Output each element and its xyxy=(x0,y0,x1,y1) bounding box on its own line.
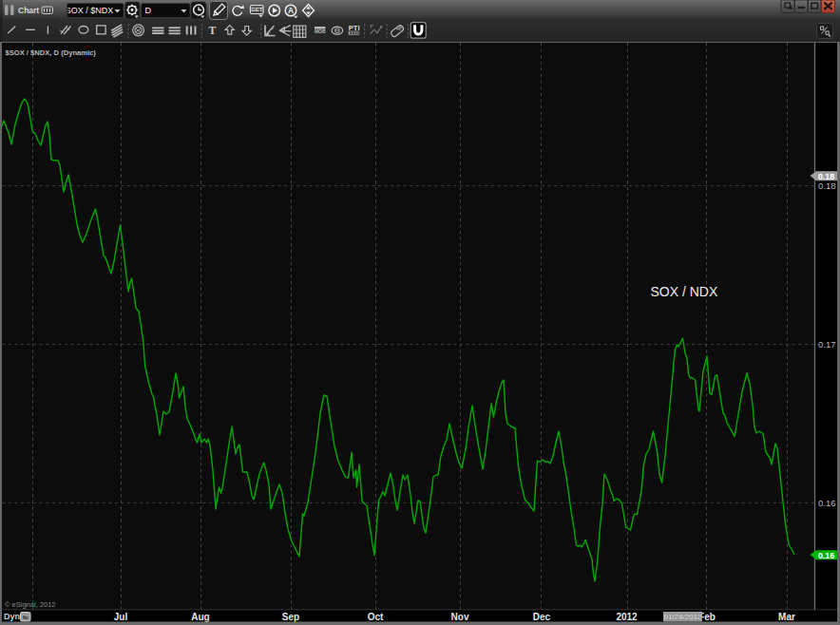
svg-text:A: A xyxy=(288,6,294,15)
svg-text:D: D xyxy=(145,6,152,15)
svg-text:Oct: Oct xyxy=(368,612,384,622)
svg-text:2012: 2012 xyxy=(616,612,638,622)
svg-text:Jul: Jul xyxy=(114,612,128,622)
svg-text:0.17: 0.17 xyxy=(818,339,836,350)
svg-text:MOB: MOB xyxy=(315,28,326,34)
svg-text:T: T xyxy=(208,24,216,37)
svg-text:0.16: 0.16 xyxy=(818,498,836,508)
svg-text:Dec: Dec xyxy=(533,612,551,622)
svg-text:01/24/2012: 01/24/2012 xyxy=(663,613,702,621)
svg-text:0.16: 0.16 xyxy=(818,551,834,560)
svg-text:0.18: 0.18 xyxy=(818,172,834,181)
svg-text:GET: GET xyxy=(251,7,263,12)
svg-text:© eSignal, 2012: © eSignal, 2012 xyxy=(5,600,55,609)
svg-text:$SOX / $NDX, D (Dynamic): $SOX / $NDX, D (Dynamic) xyxy=(6,48,97,57)
svg-text:PTI: PTI xyxy=(349,24,360,32)
svg-text:Nov: Nov xyxy=(451,612,469,622)
svg-text:SOX / NDX: SOX / NDX xyxy=(651,284,718,299)
svg-text:fo: fo xyxy=(23,615,29,620)
svg-text:Sep: Sep xyxy=(282,612,299,622)
svg-text:Chart: Chart xyxy=(18,6,39,15)
svg-text:Aug: Aug xyxy=(191,612,209,622)
svg-text:0.18: 0.18 xyxy=(818,180,836,191)
svg-text:Mar: Mar xyxy=(778,612,795,622)
svg-text:Dyn: Dyn xyxy=(4,612,20,621)
svg-text:SOX / $NDX: SOX / $NDX xyxy=(66,6,114,15)
